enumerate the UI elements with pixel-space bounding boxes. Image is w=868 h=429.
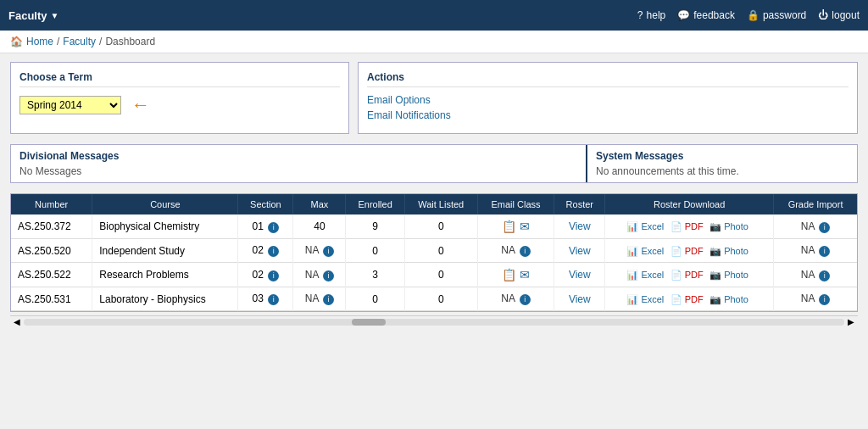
row3-roster-download: 📊 Excel 📄 PDF 📷 Photo xyxy=(605,263,774,287)
row2-section-info-icon[interactable]: i xyxy=(268,246,279,257)
row4-grade-import: NA i xyxy=(774,287,857,311)
row1-pdf-btn[interactable]: 📄 PDF xyxy=(670,221,704,231)
messages-row: Divisional Messages No Messages System M… xyxy=(10,144,858,183)
row4-photo-btn[interactable]: 📷 Photo xyxy=(709,294,748,304)
row1-excel-btn[interactable]: 📊 Excel xyxy=(626,221,664,231)
logout-icon: ⏻ xyxy=(818,9,828,21)
row3-grade-info-icon[interactable]: i xyxy=(819,270,830,281)
term-row: Spring 2014 Fall 2013 Summer 2013 ← xyxy=(19,94,340,116)
row2-wait-listed: 0 xyxy=(404,239,477,263)
row1-email-icon[interactable]: ✉ xyxy=(520,220,530,233)
table-row: AS.250.522 Research Problems 02 i NA i 3… xyxy=(11,263,857,287)
breadcrumb-home[interactable]: Home xyxy=(26,36,53,47)
arrow-indicator: ← xyxy=(131,94,150,116)
faculty-menu[interactable]: Faculty ▼ xyxy=(8,9,58,22)
row1-wait-listed: 0 xyxy=(404,214,477,239)
actions-panel-title: Actions xyxy=(367,71,849,87)
row1-grade-import-val: NA xyxy=(801,220,815,232)
row3-section-val: 02 xyxy=(253,269,264,281)
row3-view-link[interactable]: View xyxy=(569,269,591,281)
bottom-scrollbar[interactable]: ◀ ▶ xyxy=(10,315,858,327)
row2-email-na: NA xyxy=(501,244,515,256)
logout-link[interactable]: ⏻ logout xyxy=(818,9,860,21)
row2-photo-btn[interactable]: 📷 Photo xyxy=(709,246,748,256)
row2-grade-import: NA i xyxy=(774,239,857,263)
row3-roster: View xyxy=(554,263,605,287)
navbar-left: Faculty ▼ xyxy=(8,9,58,22)
row3-max: NA i xyxy=(293,263,346,287)
col-enrolled: Enrolled xyxy=(346,194,404,214)
row2-email-info-icon[interactable]: i xyxy=(520,246,531,257)
row1-section-val: 01 xyxy=(253,220,264,232)
help-link[interactable]: ? help xyxy=(637,9,665,21)
row4-max-val: NA xyxy=(305,292,319,304)
row4-grade-info-icon[interactable]: i xyxy=(819,294,830,305)
email-options-link[interactable]: Email Options xyxy=(367,94,849,106)
row3-section-info-icon[interactable]: i xyxy=(268,270,279,281)
row3-pdf-btn[interactable]: 📄 PDF xyxy=(670,270,704,280)
row3-wait-listed: 0 xyxy=(404,263,477,287)
divisional-messages-title: Divisional Messages xyxy=(19,150,577,162)
row4-section-val: 03 xyxy=(253,292,264,304)
feedback-link[interactable]: 💬 feedback xyxy=(677,9,735,21)
row1-roster: View xyxy=(554,214,605,239)
courses-tbody: AS.250.372 Biophysical Chemistry 01 i 40… xyxy=(11,214,857,311)
row2-grade-import-val: NA xyxy=(801,244,815,256)
logout-label: logout xyxy=(832,9,860,21)
row4-pdf-btn[interactable]: 📄 PDF xyxy=(670,294,704,304)
row3-max-info-icon[interactable]: i xyxy=(323,270,334,281)
row2-view-link[interactable]: View xyxy=(569,245,591,257)
row3-grade-import-val: NA xyxy=(801,269,815,281)
scroll-left-arrow[interactable]: ◀ xyxy=(14,317,20,326)
row1-view-link[interactable]: View xyxy=(569,220,591,232)
breadcrumb-dashboard: Dashboard xyxy=(105,36,155,47)
row4-section-info-icon[interactable]: i xyxy=(268,294,279,305)
row2-excel-btn[interactable]: 📊 Excel xyxy=(626,246,664,256)
row3-clipboard-icon[interactable]: 📋 xyxy=(502,268,516,281)
row3-email-icon[interactable]: ✉ xyxy=(520,268,530,281)
scroll-right-arrow[interactable]: ▶ xyxy=(848,317,854,326)
row1-max: 40 xyxy=(293,214,346,239)
term-panel: Choose a Term Spring 2014 Fall 2013 Summ… xyxy=(10,62,349,134)
row4-email-info-icon[interactable]: i xyxy=(520,294,531,305)
main-content: Choose a Term Spring 2014 Fall 2013 Summ… xyxy=(0,53,868,336)
breadcrumb-faculty[interactable]: Faculty xyxy=(63,36,96,47)
row2-course: Independent Study xyxy=(92,239,238,263)
email-notifications-link[interactable]: Email Notifications xyxy=(367,109,849,121)
actions-panel: Actions Email Options Email Notification… xyxy=(358,62,858,134)
row1-photo-btn[interactable]: 📷 Photo xyxy=(709,221,748,231)
row1-roster-download: 📊 Excel 📄 PDF 📷 Photo xyxy=(605,214,774,239)
password-link[interactable]: 🔒 password xyxy=(747,9,806,21)
row2-roster: View xyxy=(554,239,605,263)
top-panels: Choose a Term Spring 2014 Fall 2013 Summ… xyxy=(10,62,858,134)
divisional-messages: Divisional Messages No Messages xyxy=(11,145,587,182)
row1-grade-info-icon[interactable]: i xyxy=(819,222,830,233)
row1-clipboard-icon[interactable]: 📋 xyxy=(502,220,516,233)
row4-excel-btn[interactable]: 📊 Excel xyxy=(626,294,664,304)
row2-section: 02 i xyxy=(238,239,293,263)
row1-section-info-icon[interactable]: i xyxy=(268,222,279,233)
row3-email-class: 📋 ✉ xyxy=(477,263,554,287)
row2-grade-info-icon[interactable]: i xyxy=(819,246,830,257)
row3-excel-btn[interactable]: 📊 Excel xyxy=(626,270,664,280)
table-header-row: Number Course Section Max Enrolled Wait … xyxy=(11,194,857,214)
home-icon: 🏠 xyxy=(10,36,23,47)
row4-email-class: NA i xyxy=(477,287,554,311)
scrollbar-thumb[interactable] xyxy=(352,319,386,326)
term-select[interactable]: Spring 2014 Fall 2013 Summer 2013 xyxy=(19,96,121,114)
faculty-menu-caret: ▼ xyxy=(51,11,59,20)
row4-email-na: NA xyxy=(501,292,515,304)
row4-view-link[interactable]: View xyxy=(569,293,591,305)
row1-email-class: 📋 ✉ xyxy=(477,214,554,239)
feedback-label: feedback xyxy=(693,9,735,21)
help-label: help xyxy=(647,9,666,21)
row3-enrolled: 3 xyxy=(346,263,404,287)
row1-max-val: 40 xyxy=(314,220,325,232)
row4-course: Laboratory - Biophysics xyxy=(92,287,238,311)
row2-max-info-icon[interactable]: i xyxy=(323,246,334,257)
row3-photo-btn[interactable]: 📷 Photo xyxy=(709,270,748,280)
row2-pdf-btn[interactable]: 📄 PDF xyxy=(670,246,704,256)
row4-max-info-icon[interactable]: i xyxy=(323,294,334,305)
divisional-messages-body: No Messages xyxy=(19,165,577,177)
password-icon: 🔒 xyxy=(747,9,760,21)
